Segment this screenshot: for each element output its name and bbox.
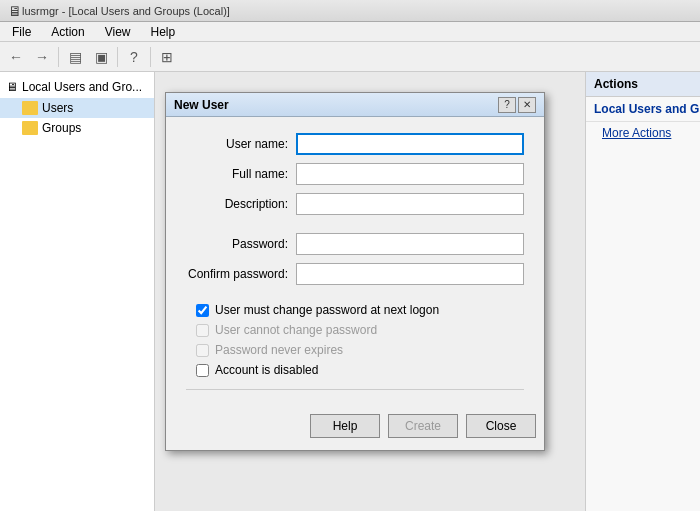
help-button[interactable]: Help [310,414,380,438]
must-change-password-label: User must change password at next logon [215,303,439,317]
password-never-expires-checkbox[interactable] [196,344,209,357]
more-actions-link[interactable]: More Actions [586,122,700,144]
confirm-password-row: Confirm password: [186,263,524,285]
username-row: User name: [186,133,524,155]
show-hide-button-2[interactable]: ▣ [89,45,113,69]
description-input[interactable] [296,193,524,215]
tree-root-label: Local Users and Gro... [22,80,142,94]
form-spacer-1 [186,223,524,233]
menu-file[interactable]: File [4,23,39,41]
dialog-close-button[interactable]: ✕ [518,97,536,113]
folder-icon-users [22,101,38,115]
tree-item-users-label: Users [42,101,73,115]
description-label: Description: [186,197,296,211]
dialog-controls: ? ✕ [498,97,536,113]
menu-bar: File Action View Help [0,22,700,42]
actions-panel: Actions Local Users and Gro... More Acti… [585,72,700,511]
title-bar: 🖥 lusrmgr - [Local Users and Groups (Loc… [0,0,700,22]
dialog-footer: Help Create Close [166,414,544,450]
help-toolbar-button[interactable]: ? [122,45,146,69]
export-button[interactable]: ⊞ [155,45,179,69]
must-change-password-checkbox[interactable] [196,304,209,317]
new-user-dialog: New User ? ✕ User name: Full nam [165,92,545,451]
password-never-expires-label: Password never expires [215,343,343,357]
menu-action[interactable]: Action [43,23,92,41]
description-row: Description: [186,193,524,215]
confirm-password-input[interactable] [296,263,524,285]
back-button[interactable]: ← [4,45,28,69]
tree-item-groups-label: Groups [42,121,81,135]
password-input[interactable] [296,233,524,255]
cannot-change-password-label: User cannot change password [215,323,377,337]
create-button[interactable]: Create [388,414,458,438]
actions-header: Actions [586,72,700,97]
username-input[interactable] [296,133,524,155]
account-disabled-checkbox[interactable] [196,364,209,377]
dialog-help-button[interactable]: ? [498,97,516,113]
fullname-label: Full name: [186,167,296,181]
title-text: lusrmgr - [Local Users and Groups (Local… [22,5,230,17]
fullname-input[interactable] [296,163,524,185]
toolbar-separator-1 [58,47,59,67]
toolbar: ← → ▤ ▣ ? ⊞ [0,42,700,72]
account-disabled-label: Account is disabled [215,363,318,377]
tree-item-users[interactable]: Users [0,98,154,118]
toolbar-separator-2 [117,47,118,67]
dialog-separator [186,389,524,390]
cannot-change-password-checkbox[interactable] [196,324,209,337]
menu-view[interactable]: View [97,23,139,41]
close-button[interactable]: Close [466,414,536,438]
menu-help[interactable]: Help [143,23,184,41]
tree-item-groups[interactable]: Groups [0,118,154,138]
password-label: Password: [186,237,296,251]
checkbox-row-4: Account is disabled [186,363,524,377]
computer-icon: 🖥 [6,80,18,94]
dialog-body: User name: Full name: Description: [166,117,544,414]
folder-icon-groups [22,121,38,135]
fullname-row: Full name: [186,163,524,185]
show-hide-button[interactable]: ▤ [63,45,87,69]
checkbox-row-2: User cannot change password [186,323,524,337]
app-icon: 🖥 [8,3,22,19]
tree-root: 🖥 Local Users and Gro... [0,76,154,98]
checkbox-row-3: Password never expires [186,343,524,357]
checkbox-row-1: User must change password at next logon [186,303,524,317]
left-panel: 🖥 Local Users and Gro... Users Groups [0,72,155,511]
forward-button[interactable]: → [30,45,54,69]
confirm-label: Confirm password: [186,267,296,281]
form-spacer-2 [186,293,524,303]
password-row: Password: [186,233,524,255]
username-label: User name: [186,137,296,151]
actions-subheader[interactable]: Local Users and Gro... [586,97,700,122]
dialog-title-bar: New User ? ✕ [166,93,544,117]
dialog-title: New User [174,98,229,112]
toolbar-separator-3 [150,47,151,67]
